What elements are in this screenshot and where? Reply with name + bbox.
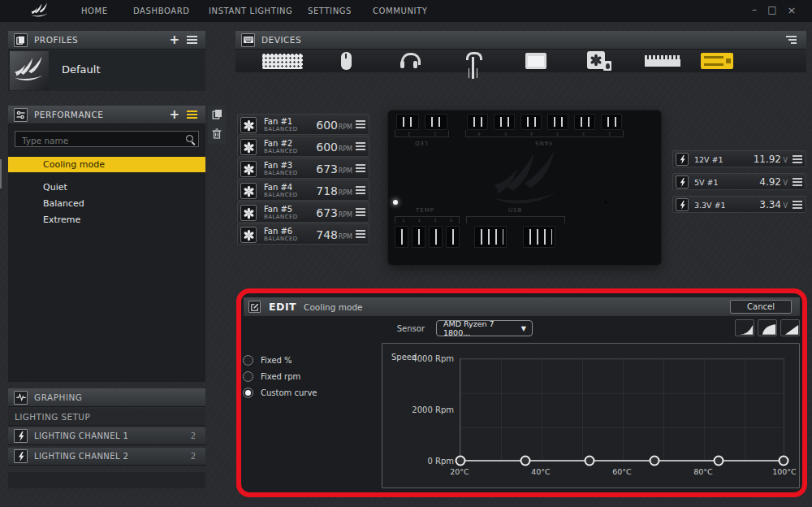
nav-instant-lighting[interactable]: INSTANT LIGHTING	[209, 0, 292, 22]
sensor-label: Sensor	[371, 324, 425, 333]
minimize-button[interactable]: –	[747, 0, 762, 22]
led-ports-label: LED	[414, 140, 428, 146]
radio-custom-curve[interactable]: Custom curve	[243, 388, 317, 398]
curve-point-2[interactable]	[520, 456, 530, 466]
bolt-icon	[676, 153, 689, 166]
curve-preset-linear-button[interactable]	[780, 319, 800, 336]
radio-fixed-percent[interactable]: Fixed %	[243, 355, 292, 366]
fan-row-2[interactable]: Fan #2 BALANCED 600 RPM	[237, 136, 369, 157]
keyboard-device-icon	[262, 54, 303, 69]
fan-menu-button[interactable]	[356, 206, 365, 218]
device-tab-cooler[interactable]	[575, 50, 624, 72]
voltage-menu-button[interactable]	[793, 199, 802, 210]
close-button[interactable]: ×	[784, 0, 799, 22]
plot-area[interactable]	[460, 358, 784, 461]
fan-menu-button[interactable]	[356, 119, 365, 130]
voltage-menu-button[interactable]	[793, 176, 802, 188]
voltage-value: 11.92	[754, 154, 781, 165]
corsair-logo-icon	[28, 2, 52, 20]
fan-row-1[interactable]: Fan #1 BALANCED 600 RPM	[237, 114, 369, 135]
search-input[interactable]	[15, 133, 198, 148]
voltage-menu-button[interactable]	[793, 154, 802, 165]
device-tab-keyboard[interactable]	[258, 50, 307, 72]
curve-point-6[interactable]	[779, 456, 789, 466]
performance-side-toolbar	[208, 106, 226, 144]
nav-settings[interactable]: SETTINGS	[308, 0, 352, 22]
device-tab-headset-stand[interactable]	[448, 50, 497, 72]
fan-rpm-value: 673	[316, 206, 338, 219]
curve-preset-convex-button[interactable]	[758, 319, 777, 336]
device-tab-headset[interactable]	[385, 50, 434, 72]
voltage-unit: V	[784, 180, 788, 187]
profile-item-default[interactable]: Default	[8, 50, 205, 91]
curve-point-5[interactable]	[714, 456, 724, 466]
bolt-icon	[14, 429, 28, 443]
fan-row-5[interactable]: Fan #5 BALANCED 673 RPM	[237, 202, 369, 223]
corsair-logo-dark-icon	[482, 150, 571, 214]
copy-icon[interactable]	[212, 107, 222, 123]
mode-item-balanced[interactable]: Balanced	[8, 196, 205, 211]
radio-fixed-rpm[interactable]: Fixed rpm	[243, 371, 300, 382]
curve-point-4[interactable]	[649, 456, 659, 466]
devices-sort-button[interactable]	[786, 34, 797, 46]
fan-row-6[interactable]: Fan #6 BALANCED 748 RPM	[237, 223, 369, 245]
fan-icon	[240, 227, 257, 243]
cancel-button[interactable]: Cancel	[730, 300, 792, 314]
nav-dashboard[interactable]: DASHBOARD	[133, 0, 190, 22]
xtick-100: 100°C	[772, 467, 797, 476]
curve-preset-concave-button[interactable]	[735, 319, 754, 336]
fan-row-3[interactable]: Fan #3 BALANCED 673 RPM	[237, 158, 369, 179]
voltage-row-3v3[interactable]: 3.3V #1 3.34 V	[672, 196, 806, 213]
add-performance-mode-button[interactable]: +	[169, 106, 179, 124]
status-led	[393, 200, 398, 205]
nav-home[interactable]: HOME	[81, 0, 108, 22]
top-nav: HOME DASHBOARD INSTANT LIGHTING SETTINGS…	[0, 0, 812, 22]
fan-rpm-unit: RPM	[339, 233, 352, 240]
add-profile-button[interactable]: +	[169, 31, 179, 50]
edit-panel: EDIT Cooling mode Cancel Sensor AMD Ryze…	[241, 293, 802, 492]
curve-point-1[interactable]	[456, 456, 466, 466]
commander-pro-device-image: 21 LED 654321 FANS TEMP 1234 USB	[388, 110, 661, 265]
fan-name: Fan #5	[264, 205, 292, 214]
device-tab-commander-selected[interactable]	[693, 50, 741, 72]
fan-menu-button[interactable]	[356, 162, 365, 174]
temp-ports-label: TEMP	[416, 207, 434, 214]
graphing-header[interactable]: GRAPHING	[8, 388, 205, 407]
device-tab-mouse[interactable]	[322, 50, 370, 72]
mode-item-extreme[interactable]: Extreme	[8, 212, 205, 228]
profiles-menu-button[interactable]	[187, 34, 197, 46]
voltage-name: 3.3V #1	[694, 201, 726, 210]
mode-item-quiet[interactable]: Quiet	[8, 180, 205, 195]
channel-count-badge: 2	[191, 452, 196, 461]
lighting-setup-row[interactable]: LIGHTING SETUP	[8, 409, 205, 426]
sidebar-empty-row	[8, 472, 205, 488]
voltage-row-5v[interactable]: 5V #1 4.92 V	[672, 173, 806, 190]
performance-menu-button[interactable]	[187, 109, 197, 120]
headset-device-icon	[400, 52, 419, 70]
voltage-row-12v[interactable]: 12V #1 11.92 V	[672, 150, 806, 167]
ytick-4000: 4000 Rpm	[382, 354, 454, 363]
lighting-channel-1-row[interactable]: LIGHTING CHANNEL 1 2	[8, 427, 205, 445]
fan-rpm-unit: RPM	[339, 167, 352, 175]
sensor-dropdown[interactable]: AMD Ryzen 7 1800... ▼	[436, 320, 533, 336]
fan-menu-button[interactable]	[356, 184, 365, 196]
fan-mode: BALANCED	[264, 236, 298, 242]
maximize-button[interactable]: □	[765, 0, 780, 22]
sensor-value: AMD Ryzen 7 1800...	[443, 319, 521, 337]
fan-menu-button[interactable]	[356, 228, 365, 240]
graphing-icon	[14, 391, 28, 405]
device-tab-mousemat[interactable]	[512, 50, 560, 72]
fan-menu-button[interactable]	[356, 141, 365, 152]
edit-icon	[248, 301, 261, 313]
device-tab-memory[interactable]	[638, 50, 687, 72]
xtick-60: 60°C	[612, 467, 631, 476]
lighting-channel-2-row[interactable]: LIGHTING CHANNEL 2 2	[8, 448, 205, 466]
fan-mode: BALANCED	[264, 214, 298, 220]
nav-community[interactable]: COMMUNITY	[373, 0, 427, 22]
curve-point-3[interactable]	[585, 456, 595, 466]
ytick-0: 0 Rpm	[382, 457, 454, 466]
fan-row-4[interactable]: Fan #4 BALANCED 718 RPM	[237, 180, 369, 201]
curve-line	[460, 359, 784, 461]
trash-icon[interactable]	[212, 127, 222, 142]
mode-item-cooling[interactable]: Cooling mode	[8, 157, 205, 172]
